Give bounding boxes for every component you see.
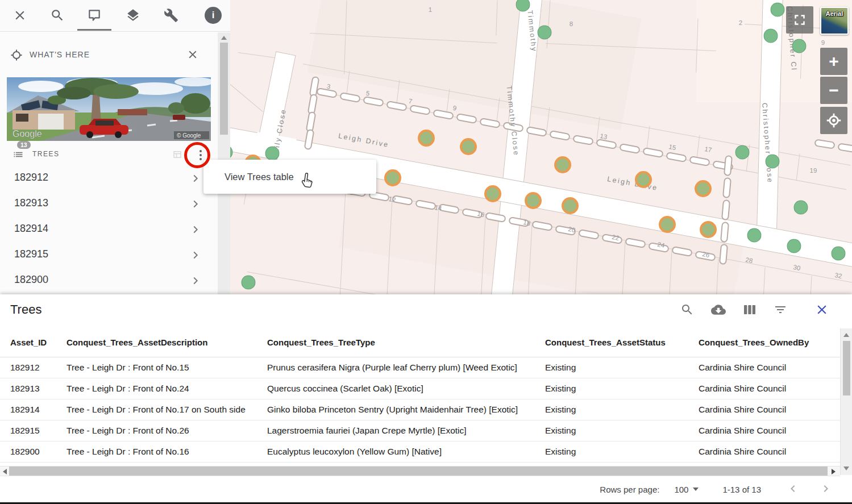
parcel-line <box>387 198 393 294</box>
house-number: 26 <box>702 251 710 259</box>
scroll-up-arrow-icon[interactable] <box>843 333 849 337</box>
tree-marker[interactable] <box>766 155 780 169</box>
zoom-out-button[interactable]: − <box>820 77 847 104</box>
tree-marker-selected[interactable] <box>562 197 579 214</box>
basemap-toggle-aerial[interactable]: Aerial <box>820 7 849 35</box>
tree-marker[interactable] <box>832 247 846 261</box>
tree-marker[interactable] <box>242 276 256 290</box>
table-vertical-scrollbar[interactable] <box>840 328 852 475</box>
tree-marker-selected[interactable] <box>418 130 435 147</box>
table-row[interactable]: 182914Tree - Leigh Dr : Front of No.17 o… <box>0 399 840 420</box>
search-tool-button[interactable] <box>44 2 71 29</box>
tree-list-item[interactable]: 182915 <box>0 242 218 268</box>
map-canvas[interactable]: Emily CloseLeigh DriveLeigh DriveTimmoth… <box>230 0 852 294</box>
scroll-up-arrow-icon[interactable] <box>221 36 227 40</box>
column-header[interactable]: Asset_ID <box>0 328 67 357</box>
table-row[interactable]: 182913Tree - Leigh Dr : Front of No.24Qu… <box>0 378 840 399</box>
tree-marker-selected[interactable] <box>525 192 542 209</box>
tree-list-item[interactable]: 182913 <box>0 191 218 216</box>
house-number: 9 <box>452 105 457 112</box>
cloud-download-icon <box>711 302 726 317</box>
active-tab-underline <box>77 29 111 31</box>
table-download-button[interactable] <box>711 302 726 319</box>
horizontal-scrollbar-thumb[interactable] <box>9 466 828 476</box>
streetview-image: Google © Google <box>7 77 211 141</box>
close-table-button[interactable] <box>814 302 829 319</box>
tree-marker-selected[interactable] <box>695 180 712 197</box>
tree-marker[interactable] <box>792 39 807 53</box>
footpath-dash <box>409 105 431 115</box>
layers-tool-button[interactable] <box>119 2 147 29</box>
parcel-line <box>340 190 346 294</box>
tree-marker-selected[interactable] <box>460 138 477 155</box>
locate-button[interactable] <box>820 107 847 134</box>
whats-here-title: WHAT'S HERE <box>30 50 90 59</box>
tree-list-item[interactable]: 182914 <box>0 216 218 242</box>
table-columns-button[interactable] <box>743 303 757 318</box>
table-search-button[interactable] <box>680 303 694 318</box>
column-header[interactable]: Conquest_Trees_AssetDescription <box>67 328 267 357</box>
fullscreen-button[interactable] <box>786 6 813 34</box>
tree-marker[interactable] <box>747 228 762 243</box>
streetview-thumbnail[interactable]: Google © Google <box>7 77 211 141</box>
chevron-right-icon <box>189 172 202 185</box>
chevron-right-icon <box>189 249 202 261</box>
whats-here-header: WHAT'S HERE <box>0 44 218 68</box>
parcel-line <box>247 272 393 294</box>
tree-list-item[interactable]: 182900 <box>0 268 218 293</box>
zoom-in-button[interactable]: + <box>820 48 847 75</box>
tree-marker[interactable] <box>735 145 750 160</box>
footpath-dash <box>479 117 501 128</box>
table-cell: Existing <box>545 357 699 378</box>
scroll-down-arrow-icon[interactable] <box>843 466 849 470</box>
table-row[interactable]: 182915Tree - Leigh Dr : Front of No.26La… <box>0 420 840 441</box>
tree-marker[interactable] <box>265 147 280 161</box>
next-page-button[interactable] <box>819 482 833 497</box>
panel-scrollbar-thumb[interactable] <box>220 43 228 135</box>
close-icon <box>814 302 829 317</box>
table-row[interactable]: 182912Tree - Leigh Dr : Front of No.15Pr… <box>0 357 840 378</box>
table-cell: Existing <box>545 420 699 441</box>
tree-marker[interactable] <box>794 201 808 215</box>
tree-asset-id: 182914 <box>14 223 48 235</box>
parcel-line <box>547 0 551 48</box>
vertical-scrollbar-thumb[interactable] <box>843 341 850 395</box>
parcel-line <box>496 0 497 35</box>
scroll-left-arrow-icon[interactable] <box>3 469 7 474</box>
tree-marker[interactable] <box>771 3 785 17</box>
tree-marker-selected[interactable] <box>700 221 717 238</box>
table-cell: 182913 <box>0 378 67 399</box>
previous-page-button[interactable] <box>786 482 800 497</box>
tree-list-item[interactable]: 182912 <box>0 165 218 191</box>
tree-marker-selected[interactable] <box>635 171 652 188</box>
tree-marker[interactable] <box>787 239 801 253</box>
table-cell: Tree - Leigh Dr : Front of No.17 on Sout… <box>67 399 267 420</box>
column-header[interactable]: Conquest_Trees_AssetStatus <box>545 328 699 357</box>
view-trees-table-menu-item[interactable]: View Trees table <box>225 172 294 182</box>
table-row[interactable]: 182900Tree - Leigh Dr : Front of No.16Eu… <box>0 441 840 462</box>
tree-marker[interactable] <box>538 26 552 40</box>
house-number: 7 <box>408 98 413 105</box>
column-header[interactable]: Conquest_Trees_OwnedBy <box>699 328 840 357</box>
close-panel-button[interactable] <box>6 2 34 29</box>
layers-icon <box>126 8 140 23</box>
info-panel-tool-button-active[interactable] <box>81 2 108 29</box>
tree-marker-selected[interactable] <box>554 156 571 173</box>
close-whats-here-button[interactable] <box>186 48 199 63</box>
house-number: 5 <box>365 90 370 97</box>
scroll-right-arrow-icon[interactable] <box>832 469 836 474</box>
tree-marker-selected[interactable] <box>384 169 401 186</box>
tools-button[interactable] <box>157 2 185 29</box>
chevron-right-icon <box>819 482 833 495</box>
tree-marker-selected[interactable] <box>484 185 501 202</box>
tree-marker-selected[interactable] <box>659 216 676 233</box>
table-filter-button[interactable] <box>774 303 787 318</box>
tree-marker[interactable] <box>764 29 778 43</box>
rows-per-page-select[interactable]: 100 <box>674 485 699 494</box>
my-location-icon <box>826 113 842 128</box>
column-header[interactable]: Conquest_Trees_TreeType <box>267 328 545 357</box>
house-number: 2 <box>739 19 742 26</box>
info-button[interactable]: i <box>200 2 227 29</box>
table-cell: Cardinia Shire Council <box>699 441 840 462</box>
table-horizontal-scrollbar[interactable] <box>0 466 840 476</box>
